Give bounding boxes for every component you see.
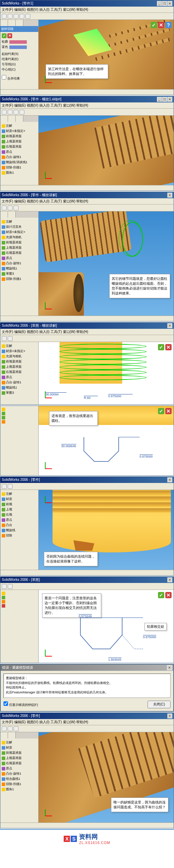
panel-tab[interactable] xyxy=(8,732,16,738)
tree-item[interactable]: 光源与相机 xyxy=(2,235,37,240)
tree-item[interactable]: 组合曲线1 xyxy=(2,776,37,782)
panel-tab[interactable] xyxy=(0,116,8,122)
tree-item[interactable] xyxy=(2,416,37,420)
titlebar[interactable]: SolidWorks 2006 - [零件] × xyxy=(0,713,174,719)
cancel-icon[interactable]: ✕ xyxy=(7,33,12,38)
tree-item[interactable] xyxy=(2,407,37,411)
panel-tab[interactable] xyxy=(16,20,23,26)
tree-item[interactable]: 上视基准面 xyxy=(2,364,37,369)
tool-icon[interactable] xyxy=(2,110,7,115)
tree-item[interactable]: 注解 xyxy=(2,740,37,745)
checkbox-row[interactable]: 仅显示错误的特征(F) xyxy=(3,701,38,708)
tree-item[interactable]: 凸台-旋转1 xyxy=(2,155,37,160)
titlebar[interactable]: SolidWorks - [零件1] _ □ × xyxy=(0,0,174,7)
tree-item[interactable]: 螺旋线1 xyxy=(2,385,37,390)
panel-tab[interactable] xyxy=(8,116,16,122)
ok-icon[interactable]: ✓ xyxy=(158,344,164,350)
tree-item[interactable]: 注解 xyxy=(2,123,37,128)
tree-item[interactable]: 原点 xyxy=(2,256,37,261)
tree-item[interactable]: 右视 xyxy=(2,512,37,517)
tree-item[interactable]: 圆角1 xyxy=(2,170,37,175)
tree-item[interactable] xyxy=(2,595,37,600)
menubar[interactable]: 文件(F) 编辑(E) 视图(V) 插入(I) 工具(T) 窗口(W) 帮助(H… xyxy=(0,329,174,335)
ok-icon[interactable]: ✓ xyxy=(158,408,164,414)
maximize-button[interactable]: □ xyxy=(162,97,167,102)
tree-item[interactable]: 螺旋线1 xyxy=(2,266,37,271)
tree-item[interactable] xyxy=(2,591,37,595)
minimize-button[interactable]: _ xyxy=(157,97,162,102)
tree-item[interactable]: 注解 xyxy=(2,491,37,496)
tree-item[interactable]: 注解 xyxy=(2,343,37,349)
panel-tab[interactable] xyxy=(8,211,16,218)
tree-item[interactable]: 上视基准面 xyxy=(2,139,37,144)
dimension[interactable]: 0.573249 xyxy=(79,614,92,618)
tree-item[interactable] xyxy=(2,604,37,608)
viewport[interactable]: 否则因为组合曲线的连续问题，在连接处就很像了这样。 xyxy=(39,490,174,570)
tree-item[interactable]: 材质 xyxy=(2,745,37,750)
tree-item[interactable]: 凸台-旋转1 xyxy=(2,771,37,776)
tool-icon[interactable] xyxy=(2,336,7,341)
tool-icon[interactable] xyxy=(14,110,18,115)
titlebar[interactable]: SolidWorks 2006 - [零件] × xyxy=(0,477,174,483)
tool-icon[interactable] xyxy=(8,726,13,731)
close-button[interactable]: × xyxy=(167,477,172,482)
tool-icon[interactable] xyxy=(8,110,13,115)
tool-icon[interactable] xyxy=(2,584,7,589)
tool-icon[interactable] xyxy=(14,14,18,19)
cancel-icon[interactable]: ✕ xyxy=(158,22,164,28)
titlebar[interactable]: SolidWorks 2006 - [零件 - 螺纹1.sldprt] _□× xyxy=(0,96,174,102)
titlebar[interactable]: SolidWorks 2006 - [草图 - 螺纹讲解] × xyxy=(0,323,174,329)
close-dialog-button[interactable]: 关闭(C) xyxy=(148,701,171,708)
tree-item[interactable]: 螺旋线 xyxy=(2,528,37,533)
merge-checkbox[interactable] xyxy=(2,75,6,80)
dimension[interactable]: 0.875000 xyxy=(143,635,156,639)
tree-item[interactable]: 凸台-旋转1 xyxy=(2,261,37,266)
dimension[interactable]: 0.875000 xyxy=(108,394,133,398)
tree-item[interactable]: 切除-扫描1 xyxy=(2,276,37,282)
option-item[interactable]: 引导线(G) xyxy=(2,62,37,67)
viewport[interactable]: 最后一个问题是，注意齿形的这条边一定要小于螺距。否则扫描会因为轮廓出现自相交叉的… xyxy=(39,590,174,663)
tree-item[interactable]: 圆角1 xyxy=(2,787,37,792)
option-item[interactable]: 中心线(C) xyxy=(2,67,37,72)
cancel-icon[interactable]: ✕ xyxy=(165,592,172,598)
tree-item[interactable]: 前视基准面 xyxy=(2,240,37,245)
tree-item[interactable]: 切除-扫描1 xyxy=(2,165,37,170)
tree-item[interactable]: 右视基准面 xyxy=(2,144,37,149)
panel-tab[interactable] xyxy=(0,20,8,26)
tool-icon[interactable] xyxy=(14,726,18,731)
ok-icon[interactable]: ✓ xyxy=(158,592,164,598)
tree-item[interactable]: 右视基准面 xyxy=(2,250,37,256)
tree-item[interactable] xyxy=(2,600,37,604)
tree-item[interactable]: 凸台 xyxy=(2,523,37,528)
close-button[interactable]: × xyxy=(167,713,172,718)
option-item[interactable]: 结束约束(E) xyxy=(2,57,37,62)
cancel-icon[interactable]: ✕ xyxy=(165,408,172,414)
cancel-icon[interactable]: ✕ xyxy=(165,344,172,350)
tree-item[interactable]: 材质<未指定> xyxy=(2,349,37,354)
tool-icon[interactable] xyxy=(14,206,18,210)
close-button[interactable]: × xyxy=(167,323,172,328)
dimension[interactable]: R.60 xyxy=(84,396,98,400)
tree-item[interactable]: 凸台-旋转1 xyxy=(2,380,37,385)
menubar[interactable]: 文件(F) 编辑(E) 视图(V) 插入(I) 工具(T) 窗口(W) 帮助(H… xyxy=(0,719,174,725)
tool-icon[interactable] xyxy=(25,14,30,19)
minimize-button[interactable]: _ xyxy=(157,1,162,6)
tool-icon[interactable] xyxy=(8,206,13,210)
close-button[interactable]: × xyxy=(167,665,172,670)
viewport[interactable]: 还有就是，齿形边线要超出圆柱。 30.069646 0.875000 ✓ ✕ xyxy=(39,406,174,475)
tree-item[interactable] xyxy=(2,411,37,416)
tree-item[interactable]: 前视 xyxy=(2,502,37,507)
tool-icon[interactable] xyxy=(8,484,13,489)
tree-item[interactable]: 螺旋线/涡状线1 xyxy=(2,160,37,165)
tool-icon[interactable] xyxy=(8,584,13,589)
tool-icon[interactable] xyxy=(2,14,7,19)
help-icon[interactable]: ? xyxy=(165,22,172,28)
color-swatch[interactable] xyxy=(9,40,27,44)
tree-item[interactable]: 材质<未指定> xyxy=(2,229,37,235)
tool-icon[interactable] xyxy=(8,336,13,341)
errors-only-checkbox[interactable] xyxy=(3,701,8,706)
tree-item[interactable]: 原点 xyxy=(2,517,37,523)
close-button[interactable]: × xyxy=(167,97,172,102)
tree-item[interactable]: 材质<未指定> xyxy=(2,128,37,134)
tree-item[interactable]: 前视基准面 xyxy=(2,134,37,139)
